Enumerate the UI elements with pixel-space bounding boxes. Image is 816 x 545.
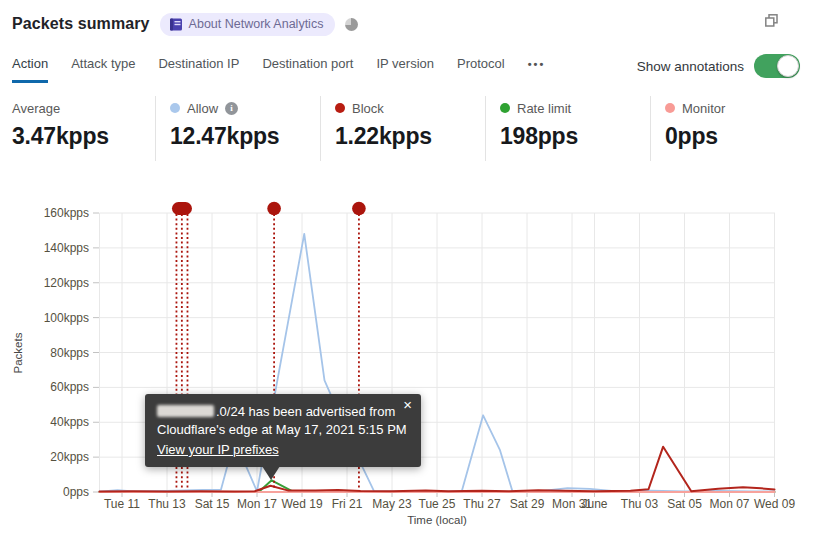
y-tick-label: 40kpps	[50, 415, 89, 429]
x-tick-label: Sat 15	[195, 497, 230, 511]
tooltip-text-1: .0/24 has been advertised from	[216, 404, 395, 419]
x-tick-label: Tue 11	[104, 497, 140, 511]
close-icon[interactable]: ×	[403, 397, 412, 412]
y-tick-label: 100kpps	[44, 311, 89, 325]
x-tick-label: Sat 29	[510, 497, 545, 511]
x-tick-label: Wed 09	[754, 497, 795, 511]
redacted-ip-prefix	[157, 405, 214, 417]
annotation-marker-cluster[interactable]	[172, 202, 192, 215]
annotation-tooltip: × .0/24 has been advertised from Cloudfl…	[145, 394, 421, 467]
x-tick-label: Mon 07	[709, 497, 749, 511]
annotation-marker[interactable]	[352, 202, 366, 216]
y-axis-title: Packets	[12, 332, 24, 373]
x-tick-label: June	[581, 497, 607, 511]
annotation-marker[interactable]	[267, 202, 281, 216]
x-tick-label: Thu 27	[463, 497, 501, 511]
tooltip-text-2: Cloudflare's edge at May 17, 2021 5:15 P…	[157, 422, 407, 437]
x-axis-title: Time (local)	[407, 514, 467, 526]
x-tick-label: Fri 21	[332, 497, 363, 511]
tooltip-caret	[262, 466, 280, 480]
y-tick-label: 160kpps	[44, 206, 89, 220]
x-tick-label: May 23	[372, 497, 412, 511]
y-tick-label: 0pps	[63, 485, 89, 499]
x-tick-label: Tue 25	[419, 497, 456, 511]
x-tick-label: Thu 13	[148, 497, 186, 511]
y-tick-label: 60kpps	[50, 380, 89, 394]
y-tick-label: 20kpps	[50, 450, 89, 464]
y-tick-label: 120kpps	[44, 276, 89, 290]
x-tick-label: Sat 05	[667, 497, 702, 511]
y-tick-label: 80kpps	[50, 346, 89, 360]
x-tick-label: Mon 17	[237, 497, 277, 511]
x-tick-label: Thu 03	[621, 497, 659, 511]
y-tick-label: 140kpps	[44, 241, 89, 255]
x-tick-label: Wed 19	[281, 497, 322, 511]
packets-summary-panel: Packets summary About Network Analytics …	[0, 0, 816, 545]
view-ip-prefixes-link[interactable]: View your IP prefixes	[157, 441, 279, 459]
